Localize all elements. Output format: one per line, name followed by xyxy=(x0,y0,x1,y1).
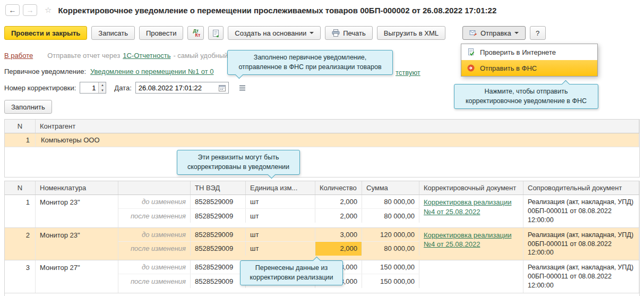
column-header-n[interactable]: N xyxy=(5,181,36,194)
tnved-cell[interactable]: 8528529009 xyxy=(191,228,246,241)
tnved-cell[interactable]: 8528529009 xyxy=(191,209,246,223)
correction-doc-link[interactable]: Корректировка реализации №4 от 25.08.202… xyxy=(424,198,519,216)
print-button[interactable]: Печать xyxy=(325,26,373,40)
post-button[interactable]: Провести xyxy=(139,26,184,40)
column-header-contractor[interactable]: Контрагент xyxy=(36,120,639,133)
forward-icon: → xyxy=(27,6,34,14)
tooltip-transferred-data: Перенесены данные из корректировки реали… xyxy=(240,260,343,285)
goods-row[interactable]: 1 Монитор 23" до изменения 8528529009 шт… xyxy=(5,195,639,228)
nomenclature-cell[interactable]: Монитор 23" xyxy=(36,195,118,227)
chevron-down-icon xyxy=(514,32,519,36)
quantity-cell-highlighted[interactable]: 2,000 xyxy=(315,242,362,256)
contractor-row[interactable]: 1 Компьютеры ООО xyxy=(5,133,639,147)
quantity-cell[interactable]: 2,000 xyxy=(315,195,362,208)
date-input[interactable] xyxy=(136,82,217,93)
column-header-correction-doc[interactable]: Корректировочный документ xyxy=(419,181,523,194)
status-link[interactable]: В работе xyxy=(4,52,33,60)
primary-notice-link[interactable]: Уведомление о перемещении №1 от 0 xyxy=(90,67,213,75)
date-field xyxy=(135,82,229,94)
column-header-quantity[interactable]: Количество xyxy=(315,181,362,194)
tooltip-press-to-send: Нажмите, чтобы отправить корректировочно… xyxy=(454,84,598,109)
column-header-sum[interactable]: Сумма xyxy=(362,181,419,194)
after-change-subrow: после изменения 8528529009 шт 2,000 80 0… xyxy=(118,242,419,256)
unit-cell[interactable]: шт xyxy=(246,242,315,256)
menu-item-send-to-fns[interactable]: Отправить в ФНС xyxy=(461,60,597,76)
menu-item-check-online[interactable]: Проверить в Интернете xyxy=(461,44,597,60)
tooltip-tail xyxy=(562,80,570,89)
sum-cell[interactable]: 80 000,00 xyxy=(362,195,419,208)
column-header-change[interactable] xyxy=(118,181,191,194)
menu-item-label: Проверить в Интернете xyxy=(480,48,556,56)
tnved-cell[interactable]: 8528529009 xyxy=(191,242,246,256)
sum-cell[interactable]: 120 000,00 xyxy=(362,228,419,241)
contractors-table-header: N Контрагент xyxy=(5,120,639,133)
calendar-button[interactable] xyxy=(217,82,228,93)
tooltip-text: Заполнено первичное уведомление, отправл… xyxy=(238,54,381,71)
page-title: Корректировочное уведомление о перемещен… xyxy=(58,6,496,15)
create-on-basis-button[interactable]: Создать на основании xyxy=(228,26,321,40)
correction-number-label: Номер корректировки: xyxy=(4,84,76,92)
back-button[interactable]: ← xyxy=(5,4,20,16)
favorite-star-icon[interactable]: ☆ xyxy=(45,5,51,15)
correction-number-input[interactable] xyxy=(80,82,98,93)
unit-cell[interactable]: шт xyxy=(246,228,315,241)
spinner-down-button[interactable]: ▼ xyxy=(99,88,106,93)
tnved-cell[interactable]: 8528529009 xyxy=(191,195,246,208)
menu-item-label: Отправить в ФНС xyxy=(480,64,537,72)
chevron-down-icon xyxy=(310,32,314,36)
tnved-cell[interactable]: 8528529009 xyxy=(191,274,246,288)
back-icon: ← xyxy=(9,6,16,14)
before-change-subrow: до изменения 8528529009 шт 3,000 120 000… xyxy=(118,228,419,242)
tnved-cell[interactable]: 8528529009 xyxy=(191,260,246,274)
contractor-name-cell[interactable]: Компьютеры ООО xyxy=(36,133,639,147)
send-button[interactable]: Отправка xyxy=(462,26,526,40)
change-label: до изменения xyxy=(118,260,191,274)
column-header-nomenclature[interactable]: Номенклатура xyxy=(36,181,118,194)
document-movements-button[interactable] xyxy=(208,26,224,40)
goods-row[interactable]: 2 Монитор 23" до изменения 8528529009 шт… xyxy=(5,228,639,261)
fill-button[interactable]: Заполнить xyxy=(4,100,52,114)
unit-cell[interactable]: шт xyxy=(246,195,315,208)
write-button[interactable]: Записать xyxy=(91,26,135,40)
sum-cell[interactable]: 80 000,00 xyxy=(362,242,419,256)
tooltip-tail xyxy=(235,71,244,79)
correction-doc-cell: Корректировка реализации №4 от 25.08.202… xyxy=(419,228,523,260)
spinner-up-button[interactable]: ▲ xyxy=(99,82,106,88)
tooltip-text: Нажмите, чтобы отправить корректировочно… xyxy=(466,88,587,105)
contractors-table: N Контрагент 1 Компьютеры ООО xyxy=(4,119,640,177)
discrepancies-link-fragment[interactable]: тствуют xyxy=(396,69,420,77)
dt-kt-button[interactable]: ДтКт xyxy=(187,26,204,40)
quantity-cell[interactable]: 2,000 xyxy=(315,209,362,223)
change-label: после изменения xyxy=(118,242,191,256)
send-menu: Проверить в Интернете Отправить в ФНС xyxy=(461,44,598,77)
post-and-close-button[interactable]: Провести и закрыть xyxy=(4,26,87,40)
quantity-cell[interactable]: 3,000 xyxy=(315,228,362,241)
summary-button[interactable] xyxy=(237,82,248,93)
goods-table-header: N Номенклатура ТН ВЭД Единица изм... Кол… xyxy=(5,181,639,195)
correction-doc-link[interactable]: Корректировка реализации №4 от 25.08.202… xyxy=(424,231,519,249)
accompanying-doc-cell[interactable]: Реализация (акт, накладная, УПД) 00БП-00… xyxy=(523,228,639,260)
send-icon xyxy=(469,29,477,37)
accompanying-doc-cell[interactable]: Реализация (акт, накладная, УПД) 00БП-00… xyxy=(523,195,639,227)
sum-cell[interactable]: 80 000,00 xyxy=(362,209,419,223)
column-header-tnved[interactable]: ТН ВЭД xyxy=(191,181,246,194)
nomenclature-cell[interactable]: Монитор 27" xyxy=(36,260,118,293)
reporting-link[interactable]: 1С-Отчетность xyxy=(123,52,170,60)
toolbar: Провести и закрыть Записать Провести ДтК… xyxy=(4,26,546,40)
sum-cell[interactable]: 150 000,00 xyxy=(362,274,419,288)
change-subrows: до изменения 8528529009 шт 2,000 80 000,… xyxy=(118,195,419,227)
accompanying-doc-cell[interactable]: Реализация (акт, накладная, УПД) 00БП-00… xyxy=(523,260,639,293)
forward-button[interactable]: → xyxy=(23,4,37,16)
column-header-n[interactable]: N xyxy=(5,120,36,133)
document-movements-icon xyxy=(212,29,220,37)
sum-cell[interactable]: 150 000,00 xyxy=(362,260,419,274)
unit-cell[interactable]: шт xyxy=(246,209,315,223)
column-header-unit[interactable]: Единица изм... xyxy=(246,181,315,194)
nomenclature-cell[interactable]: Монитор 23" xyxy=(36,228,118,260)
change-label: после изменения xyxy=(118,274,191,288)
help-button[interactable]: ? xyxy=(530,26,546,40)
list-icon xyxy=(239,85,246,91)
column-header-accompanying-doc[interactable]: Сопроводительный документ xyxy=(523,181,639,194)
change-subrows: до изменения 8528529009 шт 3,000 120 000… xyxy=(118,228,419,260)
export-xml-button[interactable]: Выгрузить в XML xyxy=(377,26,445,40)
